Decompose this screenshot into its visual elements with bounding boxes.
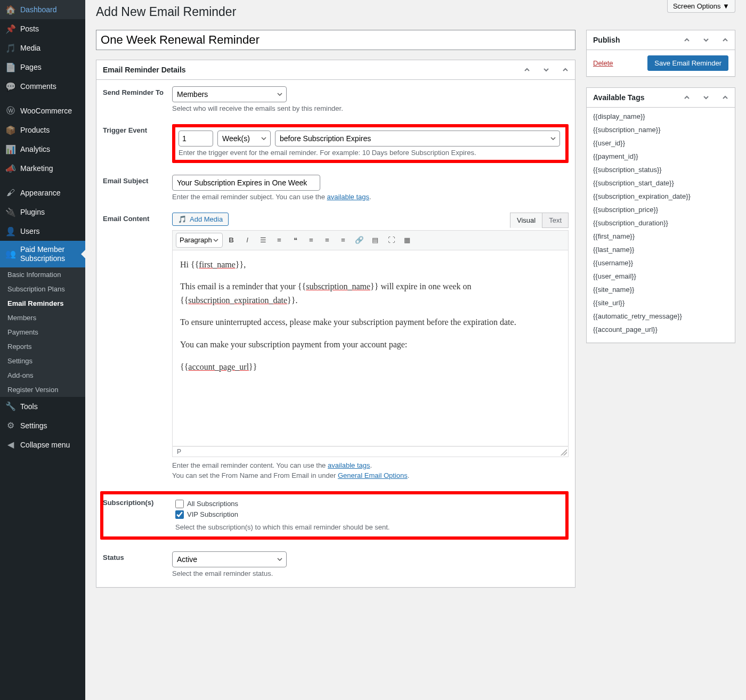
tag-item[interactable]: {{username}} [593,256,728,270]
tag-item[interactable]: {{site_name}} [593,283,728,296]
readmore-button[interactable]: ▤ [368,233,383,248]
brush-icon: 🖌 [5,188,16,198]
available-tags-link[interactable]: available tags [327,193,370,201]
tab-text[interactable]: Text [542,213,569,228]
add-media-button[interactable]: 🎵Add Media [172,213,229,226]
sidebar-item-label: Paid Member Subscriptions [20,245,80,263]
fullscreen-button[interactable]: ⛶ [384,233,399,248]
italic-button[interactable]: I [240,233,255,248]
sidebar-item-dashboard[interactable]: 🏠Dashboard [0,0,85,19]
marketing-icon: 📣 [5,163,16,174]
sidebar-item-label: Posts [20,25,39,33]
tag-item[interactable]: {{user_id}} [593,136,728,150]
submenu-register-version[interactable]: Register Version [0,382,85,397]
numbered-list-button[interactable]: ≡ [272,233,287,248]
align-right-button[interactable]: ≡ [336,233,351,248]
sidebar-item-media[interactable]: 🎵Media [0,38,85,58]
move-up-button[interactable] [517,60,537,79]
save-email-reminder-button[interactable]: Save Email Reminder [647,55,728,71]
tag-item[interactable]: {{payment_id}} [593,150,728,163]
format-select[interactable]: Paragraph [176,233,223,248]
submenu-members[interactable]: Members [0,311,85,325]
trigger-number-input[interactable] [179,131,213,146]
tag-item[interactable]: {{user_email}} [593,270,728,283]
bold-button[interactable]: B [224,233,239,248]
subject-input[interactable] [172,175,320,191]
content-desc: Enter the email reminder content. You ca… [172,461,569,469]
all-subscriptions-checkbox[interactable] [175,500,184,508]
submenu-email-reminders[interactable]: Email Reminders [0,296,85,311]
members-icon: 👥 [5,249,16,259]
sidebar-item-label: Media [20,44,40,52]
submenu-basic-information[interactable]: Basic Information [0,267,85,282]
tag-item[interactable]: {{subscription_status}} [593,163,728,176]
sidebar-item-comments[interactable]: 💬Comments [0,77,85,96]
submenu-subscription-plans[interactable]: Subscription Plans [0,282,85,296]
sidebar-item-plugins[interactable]: 🔌Plugins [0,202,85,222]
available-tags-link[interactable]: available tags [328,461,370,469]
dashboard-icon: 🏠 [5,4,16,15]
sidebar-item-settings[interactable]: ⚙Settings [0,416,85,435]
sidebar-item-analytics[interactable]: 📊Analytics [0,140,85,159]
sidebar-item-paid-member-subscriptions[interactable]: 👥Paid Member Subscriptions [0,241,85,267]
content-desc2: You can set the From Name and From Email… [172,471,569,479]
move-up-button[interactable] [677,30,696,50]
trigger-when-select[interactable]: before Subscription Expires [275,131,560,146]
sidebar-item-appearance[interactable]: 🖌Appearance [0,183,85,202]
move-down-button[interactable] [696,30,716,50]
vip-subscription-checkbox[interactable] [175,510,184,519]
sidebar-item-label: Plugins [20,208,45,216]
tag-item[interactable]: {{account_page_url}} [593,323,728,336]
send-to-select[interactable]: Members [172,86,287,102]
title-input[interactable] [96,30,575,50]
bullet-list-button[interactable]: ☰ [256,233,271,248]
woo-icon: ⓦ [5,105,16,116]
quote-button[interactable]: ❝ [288,233,303,248]
delete-link[interactable]: Delete [593,59,613,67]
sidebar-item-marketing[interactable]: 📣Marketing [0,159,85,178]
move-up-button[interactable] [677,88,696,107]
toolbar-toggle-button[interactable]: ▦ [400,233,415,248]
sidebar-item-label: Dashboard [20,5,57,14]
trigger-unit-select[interactable]: Week(s) [217,131,271,146]
tag-item[interactable]: {{automatic_retry_message}} [593,310,728,323]
sidebar-item-tools[interactable]: 🔧Tools [0,397,85,416]
subject-desc: Enter the email reminder subject. You ca… [172,193,569,201]
submenu-addons[interactable]: Add-ons [0,368,85,382]
link-button[interactable]: 🔗 [352,233,367,248]
toggle-button[interactable] [716,88,735,107]
status-select[interactable]: Active [172,551,287,567]
sidebar-item-users[interactable]: 👤Users [0,222,85,241]
tag-item[interactable]: {{last_name}} [593,243,728,256]
tag-item[interactable]: {{subscription_price}} [593,203,728,216]
editor-body[interactable]: Hi {{first_name}}, This email is a remin… [172,250,569,446]
tag-item[interactable]: {{first_name}} [593,230,728,243]
tab-visual[interactable]: Visual [510,213,542,228]
tag-item[interactable]: {{subscription_duration}} [593,216,728,230]
tag-item[interactable]: {{subscription_name}} [593,123,728,136]
move-down-button[interactable] [696,88,716,107]
sidebar-item-pages[interactable]: 📄Pages [0,58,85,77]
sidebar-item-label: Tools [20,402,38,411]
tag-item[interactable]: {{subscription_start_date}} [593,176,728,190]
sidebar-item-woocommerce[interactable]: ⓦWooCommerce [0,101,85,120]
tag-item[interactable]: {{subscription_expiration_date}} [593,190,728,203]
tag-item[interactable]: {{display_name}} [593,110,728,123]
align-center-button[interactable]: ≡ [320,233,335,248]
resize-handle[interactable] [561,449,567,455]
sidebar-item-posts[interactable]: 📌Posts [0,19,85,38]
submenu-settings[interactable]: Settings [0,354,85,368]
move-down-button[interactable] [537,60,556,79]
trigger-desc: Enter the trigger event for the email re… [179,149,560,157]
screen-options-toggle[interactable]: Screen Options ▼ [667,0,735,13]
submenu-reports[interactable]: Reports [0,339,85,354]
align-left-button[interactable]: ≡ [304,233,319,248]
toggle-button[interactable] [556,60,575,79]
pin-icon: 📌 [5,23,16,34]
sidebar-item-products[interactable]: 📦Products [0,120,85,140]
general-email-options-link[interactable]: General Email Options [338,471,408,479]
toggle-button[interactable] [716,30,735,50]
submenu-payments[interactable]: Payments [0,325,85,339]
tag-item[interactable]: {{site_url}} [593,296,728,310]
sidebar-item-collapse[interactable]: ◀Collapse menu [0,435,85,454]
